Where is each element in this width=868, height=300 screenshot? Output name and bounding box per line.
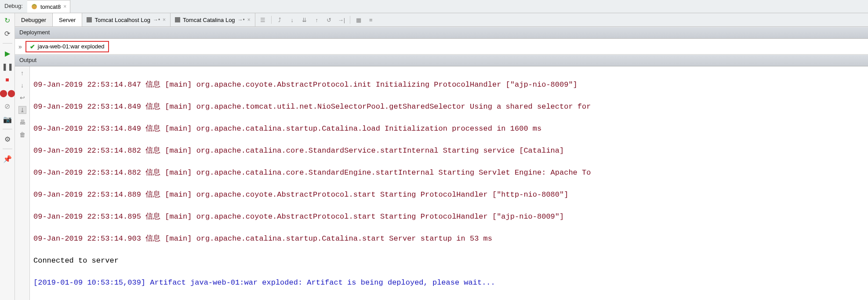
debug-label: Debug: (0, 0, 27, 13)
log-icon (175, 17, 180, 22)
output-toolbar: ↑ ↓ ↩ ⤓ 🖶 🗑 (15, 66, 30, 300)
tab-localhost-log[interactable]: Tomcat Localhost Log →• × (82, 13, 171, 26)
artifact-label: java-web-01:war exploded (38, 43, 105, 50)
stop-icon[interactable]: ■ (3, 75, 12, 84)
rerun-icon[interactable]: ↻ (3, 16, 12, 25)
tab-server[interactable]: Server (53, 13, 82, 26)
log-line: 09-Jan-2019 22:53:14.895 信息 [main] org.a… (33, 211, 864, 222)
soft-wrap-icon[interactable]: ↩ (18, 94, 26, 102)
log-line: 09-Jan-2019 22:53:14.849 信息 [main] org.a… (33, 101, 864, 112)
log-line: 09-Jan-2019 22:53:14.849 信息 [main] org.a… (33, 123, 864, 134)
camera-icon[interactable]: 📷 (3, 115, 12, 124)
resume-icon[interactable]: ▶ (3, 49, 12, 58)
top-tab-bar: Debug: tomcat8 × (0, 0, 868, 13)
step-out-icon[interactable]: ↑ (313, 16, 321, 24)
sub-tab-bar: Debugger Server Tomcat Localhost Log →• … (15, 13, 868, 27)
tab-tomcat8-label: tomcat8 (40, 4, 61, 10)
log-line: 09-Jan-2019 22:53:14.847 信息 [main] org.a… (33, 79, 864, 90)
layout-icon[interactable]: ☰ (259, 16, 267, 24)
success-check-icon: ✔ (30, 43, 35, 50)
close-icon[interactable]: × (247, 17, 251, 23)
deployment-artifact[interactable]: ✔ java-web-01:war exploded (25, 41, 109, 52)
deployment-header: Deployment (15, 27, 868, 39)
log-line: 09-Jan-2019 22:53:14.903 信息 [main] org.a… (33, 233, 864, 244)
output-header: Output (15, 55, 868, 66)
tab-catalina-log[interactable]: Tomcat Catalina Log →• × (171, 13, 255, 26)
settings-icon[interactable]: ⚙ (3, 135, 12, 143)
log-icon (87, 17, 92, 22)
pause-icon[interactable]: ❚❚ (3, 62, 12, 71)
console-output[interactable]: 09-Jan-2019 22:53:14.847 信息 [main] org.a… (30, 66, 868, 300)
reload-icon[interactable]: ⟳ (3, 29, 12, 38)
tomcat-icon (31, 3, 38, 10)
left-toolbar: ↻ ⟳ ▶ ❚❚ ■ ⬤⬤ ⊘ 📷 ⚙ 📌 (0, 13, 15, 300)
tab-debugger[interactable]: Debugger (15, 13, 53, 26)
log-line: 09-Jan-2019 22:53:14.882 信息 [main] org.a… (33, 167, 864, 178)
log-line: 09-Jan-2019 22:53:14.882 信息 [main] org.a… (33, 145, 864, 156)
pin-icon[interactable]: 📌 (3, 154, 12, 163)
view-breakpoints-icon[interactable]: ⬤⬤ (3, 88, 12, 97)
svg-point-0 (32, 4, 37, 9)
force-step-into-icon[interactable]: ⇊ (301, 16, 309, 24)
evaluate-icon[interactable]: ▦ (355, 16, 363, 24)
log-line: Connected to server (33, 255, 864, 266)
close-icon[interactable]: × (63, 4, 66, 10)
run-to-cursor-icon[interactable]: →| (338, 16, 345, 24)
log-line: 09-Jan-2019 22:53:14.889 信息 [main] org.a… (33, 189, 864, 200)
breadcrumb-icon[interactable]: » (18, 43, 22, 50)
scroll-end-icon[interactable]: ⤓ (18, 106, 26, 114)
mute-breakpoints-icon[interactable]: ⊘ (3, 102, 12, 110)
print-icon[interactable]: 🖶 (18, 118, 26, 126)
trace-icon[interactable]: ≡ (367, 16, 375, 24)
step-over-icon[interactable]: ⤴ (276, 16, 284, 24)
clear-icon[interactable]: 🗑 (18, 131, 26, 139)
up-icon[interactable]: ↑ (18, 69, 26, 77)
pin-arrow-icon: →• (238, 17, 245, 23)
step-into-icon[interactable]: ↓ (288, 16, 296, 24)
drop-frame-icon[interactable]: ↺ (325, 16, 333, 24)
tab-tomcat8[interactable]: tomcat8 × (27, 0, 70, 13)
deployment-row: » ✔ java-web-01:war exploded (15, 39, 868, 55)
close-icon[interactable]: × (163, 17, 166, 23)
down-icon[interactable]: ↓ (18, 81, 26, 89)
log-line: [2019-01-09 10:53:15,039] Artifact java-… (33, 277, 864, 288)
pin-arrow-icon: →• (153, 17, 160, 23)
sub-toolbar: ☰ ⤴ ↓ ⇊ ↑ ↺ →| ▦ ≡ (255, 13, 378, 26)
